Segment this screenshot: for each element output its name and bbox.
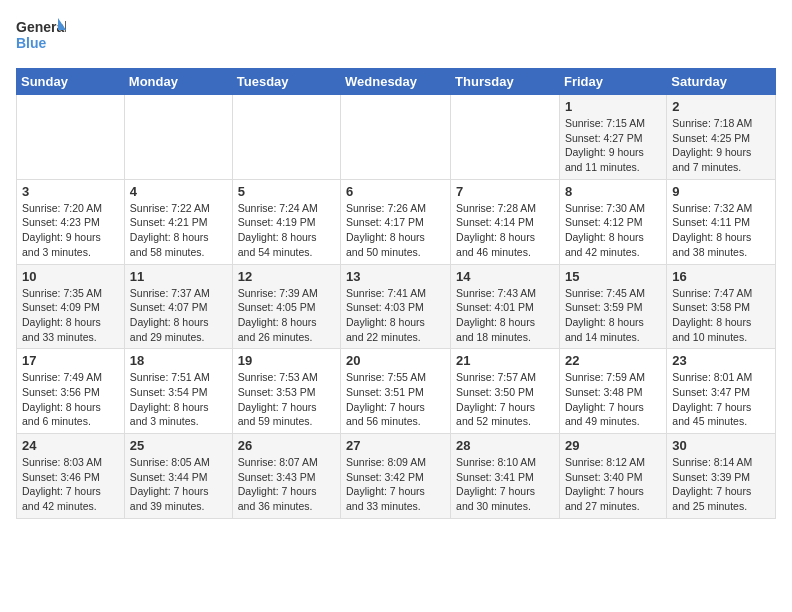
day-number: 18 [130,353,227,368]
calendar-week-row: 10Sunrise: 7:35 AM Sunset: 4:09 PM Dayli… [17,264,776,349]
day-number: 26 [238,438,335,453]
day-number: 16 [672,269,770,284]
day-info: Sunrise: 7:37 AM Sunset: 4:07 PM Dayligh… [130,286,227,345]
logo: General Blue [16,16,66,60]
calendar-day-cell: 24Sunrise: 8:03 AM Sunset: 3:46 PM Dayli… [17,434,125,519]
calendar-day-cell: 18Sunrise: 7:51 AM Sunset: 3:54 PM Dayli… [124,349,232,434]
day-info: Sunrise: 7:28 AM Sunset: 4:14 PM Dayligh… [456,201,554,260]
day-info: Sunrise: 7:55 AM Sunset: 3:51 PM Dayligh… [346,370,445,429]
day-info: Sunrise: 7:18 AM Sunset: 4:25 PM Dayligh… [672,116,770,175]
day-number: 5 [238,184,335,199]
day-number: 8 [565,184,661,199]
day-info: Sunrise: 7:49 AM Sunset: 3:56 PM Dayligh… [22,370,119,429]
day-info: Sunrise: 7:15 AM Sunset: 4:27 PM Dayligh… [565,116,661,175]
calendar-header: SundayMondayTuesdayWednesdayThursdayFrid… [17,69,776,95]
logo-svg: General Blue [16,16,66,60]
calendar-day-cell [451,95,560,180]
day-info: Sunrise: 7:57 AM Sunset: 3:50 PM Dayligh… [456,370,554,429]
calendar-body: 1Sunrise: 7:15 AM Sunset: 4:27 PM Daylig… [17,95,776,519]
day-number: 4 [130,184,227,199]
day-info: Sunrise: 8:03 AM Sunset: 3:46 PM Dayligh… [22,455,119,514]
day-info: Sunrise: 7:43 AM Sunset: 4:01 PM Dayligh… [456,286,554,345]
calendar-day-cell: 8Sunrise: 7:30 AM Sunset: 4:12 PM Daylig… [559,179,666,264]
header-day: Monday [124,69,232,95]
day-number: 11 [130,269,227,284]
day-number: 30 [672,438,770,453]
calendar-day-cell [124,95,232,180]
day-number: 24 [22,438,119,453]
calendar-day-cell: 5Sunrise: 7:24 AM Sunset: 4:19 PM Daylig… [232,179,340,264]
day-info: Sunrise: 7:39 AM Sunset: 4:05 PM Dayligh… [238,286,335,345]
calendar-day-cell: 26Sunrise: 8:07 AM Sunset: 3:43 PM Dayli… [232,434,340,519]
day-number: 7 [456,184,554,199]
header-day: Thursday [451,69,560,95]
calendar-day-cell: 2Sunrise: 7:18 AM Sunset: 4:25 PM Daylig… [667,95,776,180]
calendar-day-cell: 21Sunrise: 7:57 AM Sunset: 3:50 PM Dayli… [451,349,560,434]
day-info: Sunrise: 7:30 AM Sunset: 4:12 PM Dayligh… [565,201,661,260]
day-number: 29 [565,438,661,453]
day-number: 13 [346,269,445,284]
day-info: Sunrise: 8:05 AM Sunset: 3:44 PM Dayligh… [130,455,227,514]
calendar-day-cell: 9Sunrise: 7:32 AM Sunset: 4:11 PM Daylig… [667,179,776,264]
svg-text:Blue: Blue [16,35,47,51]
day-number: 3 [22,184,119,199]
calendar-day-cell: 11Sunrise: 7:37 AM Sunset: 4:07 PM Dayli… [124,264,232,349]
header-row: SundayMondayTuesdayWednesdayThursdayFrid… [17,69,776,95]
day-number: 22 [565,353,661,368]
day-number: 6 [346,184,445,199]
day-info: Sunrise: 7:26 AM Sunset: 4:17 PM Dayligh… [346,201,445,260]
calendar-day-cell: 14Sunrise: 7:43 AM Sunset: 4:01 PM Dayli… [451,264,560,349]
calendar-day-cell: 6Sunrise: 7:26 AM Sunset: 4:17 PM Daylig… [341,179,451,264]
day-number: 12 [238,269,335,284]
day-info: Sunrise: 7:51 AM Sunset: 3:54 PM Dayligh… [130,370,227,429]
calendar-day-cell: 30Sunrise: 8:14 AM Sunset: 3:39 PM Dayli… [667,434,776,519]
calendar-day-cell: 15Sunrise: 7:45 AM Sunset: 3:59 PM Dayli… [559,264,666,349]
calendar-day-cell: 4Sunrise: 7:22 AM Sunset: 4:21 PM Daylig… [124,179,232,264]
header-day: Tuesday [232,69,340,95]
calendar-week-row: 3Sunrise: 7:20 AM Sunset: 4:23 PM Daylig… [17,179,776,264]
day-number: 21 [456,353,554,368]
calendar-day-cell: 27Sunrise: 8:09 AM Sunset: 3:42 PM Dayli… [341,434,451,519]
calendar-day-cell: 7Sunrise: 7:28 AM Sunset: 4:14 PM Daylig… [451,179,560,264]
calendar-week-row: 1Sunrise: 7:15 AM Sunset: 4:27 PM Daylig… [17,95,776,180]
calendar-day-cell: 1Sunrise: 7:15 AM Sunset: 4:27 PM Daylig… [559,95,666,180]
day-number: 1 [565,99,661,114]
calendar-week-row: 17Sunrise: 7:49 AM Sunset: 3:56 PM Dayli… [17,349,776,434]
calendar-day-cell: 25Sunrise: 8:05 AM Sunset: 3:44 PM Dayli… [124,434,232,519]
header-day: Saturday [667,69,776,95]
calendar-day-cell: 23Sunrise: 8:01 AM Sunset: 3:47 PM Dayli… [667,349,776,434]
header-day: Friday [559,69,666,95]
day-info: Sunrise: 7:59 AM Sunset: 3:48 PM Dayligh… [565,370,661,429]
day-info: Sunrise: 7:20 AM Sunset: 4:23 PM Dayligh… [22,201,119,260]
day-info: Sunrise: 7:45 AM Sunset: 3:59 PM Dayligh… [565,286,661,345]
day-info: Sunrise: 8:14 AM Sunset: 3:39 PM Dayligh… [672,455,770,514]
day-info: Sunrise: 7:35 AM Sunset: 4:09 PM Dayligh… [22,286,119,345]
day-number: 10 [22,269,119,284]
calendar-day-cell: 20Sunrise: 7:55 AM Sunset: 3:51 PM Dayli… [341,349,451,434]
day-info: Sunrise: 8:12 AM Sunset: 3:40 PM Dayligh… [565,455,661,514]
calendar-day-cell: 22Sunrise: 7:59 AM Sunset: 3:48 PM Dayli… [559,349,666,434]
calendar-day-cell: 3Sunrise: 7:20 AM Sunset: 4:23 PM Daylig… [17,179,125,264]
calendar-day-cell: 29Sunrise: 8:12 AM Sunset: 3:40 PM Dayli… [559,434,666,519]
day-number: 19 [238,353,335,368]
calendar-day-cell [341,95,451,180]
day-info: Sunrise: 8:10 AM Sunset: 3:41 PM Dayligh… [456,455,554,514]
day-info: Sunrise: 7:24 AM Sunset: 4:19 PM Dayligh… [238,201,335,260]
calendar-day-cell: 12Sunrise: 7:39 AM Sunset: 4:05 PM Dayli… [232,264,340,349]
day-number: 15 [565,269,661,284]
day-number: 28 [456,438,554,453]
calendar-week-row: 24Sunrise: 8:03 AM Sunset: 3:46 PM Dayli… [17,434,776,519]
calendar-day-cell: 19Sunrise: 7:53 AM Sunset: 3:53 PM Dayli… [232,349,340,434]
calendar-day-cell [17,95,125,180]
day-number: 14 [456,269,554,284]
day-info: Sunrise: 7:22 AM Sunset: 4:21 PM Dayligh… [130,201,227,260]
day-number: 9 [672,184,770,199]
day-info: Sunrise: 7:32 AM Sunset: 4:11 PM Dayligh… [672,201,770,260]
calendar-day-cell [232,95,340,180]
day-number: 23 [672,353,770,368]
header-day: Wednesday [341,69,451,95]
day-info: Sunrise: 7:41 AM Sunset: 4:03 PM Dayligh… [346,286,445,345]
day-number: 27 [346,438,445,453]
calendar-day-cell: 16Sunrise: 7:47 AM Sunset: 3:58 PM Dayli… [667,264,776,349]
calendar-day-cell: 13Sunrise: 7:41 AM Sunset: 4:03 PM Dayli… [341,264,451,349]
